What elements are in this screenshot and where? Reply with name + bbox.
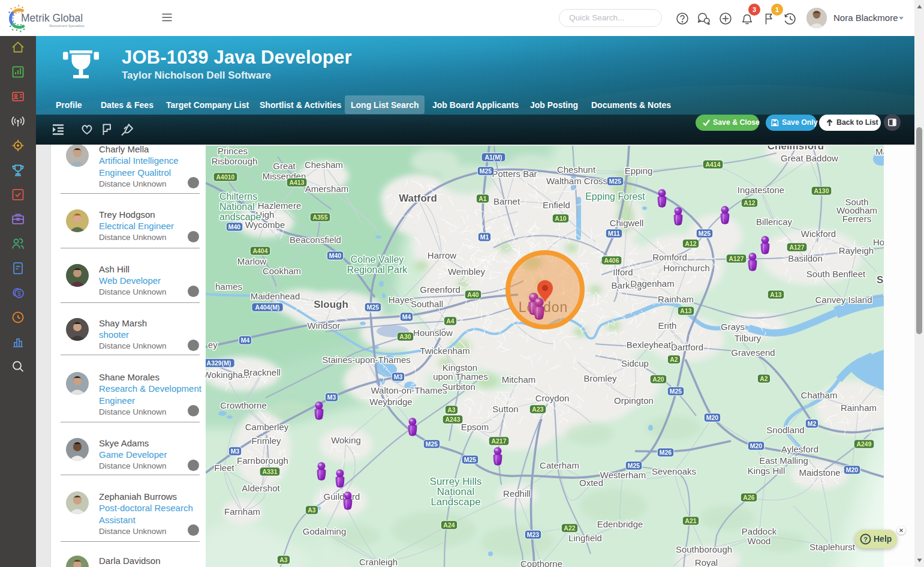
svg-text:Maidstone: Maidstone — [799, 467, 840, 478]
svg-text:East Malling: East Malling — [759, 455, 808, 466]
svg-text:Aldershot: Aldershot — [242, 483, 280, 493]
svg-text:A10: A10 — [555, 215, 566, 222]
svg-text:A404: A404 — [252, 247, 267, 254]
svg-text:Camberley: Camberley — [245, 422, 289, 432]
svg-text:Hockle: Hockle — [873, 237, 884, 247]
svg-text:M25: M25 — [464, 456, 477, 463]
svg-text:M25: M25 — [670, 388, 682, 395]
svg-text:Metrik Global: Metrik Global — [21, 12, 83, 24]
svg-text:Frimley: Frimley — [251, 436, 281, 446]
svg-text:Royal: Royal — [695, 557, 718, 567]
svg-text:Epping: Epping — [625, 166, 653, 176]
svg-text:Gravesend: Gravesend — [731, 347, 775, 358]
svg-text:Great: Great — [273, 161, 296, 171]
svg-text:Maidenhead: Maidenhead — [251, 291, 300, 301]
svg-text:Staplehurst: Staplehurst — [809, 542, 856, 552]
svg-text:Epsom: Epsom — [461, 422, 489, 432]
svg-text:Chesham: Chesham — [305, 160, 343, 170]
svg-text:M1: M1 — [480, 233, 489, 241]
svg-text:andscape: andscape — [219, 212, 261, 222]
svg-text:Chatham: Chatham — [801, 390, 838, 400]
svg-text:Greenford: Greenford — [420, 284, 461, 295]
svg-text:Surbiton: Surbiton — [442, 382, 475, 392]
svg-text:Slough: Slough — [314, 299, 348, 310]
svg-text:A1(M): A1(M) — [484, 154, 502, 161]
svg-text:M26: M26 — [660, 449, 672, 456]
svg-text:A217: A217 — [491, 437, 506, 445]
svg-text:Colne Valley: Colne Valley — [351, 254, 404, 265]
svg-text:Windsor: Windsor — [307, 320, 340, 331]
svg-text:Cranleigh: Cranleigh — [359, 557, 398, 567]
svg-text:M4: M4 — [241, 337, 250, 344]
svg-text:Hayes: Hayes — [389, 295, 414, 305]
svg-text:A2: A2 — [670, 356, 678, 363]
svg-text:A20: A20 — [652, 376, 664, 383]
svg-text:Farnborough: Farnborough — [237, 455, 288, 466]
svg-text:Beaconsfield: Beaconsfield — [290, 235, 341, 245]
svg-text:M25: M25 — [426, 440, 438, 448]
svg-text:A13: A13 — [770, 291, 781, 298]
svg-text:Hornchurch: Hornchurch — [663, 263, 710, 273]
svg-text:A30: A30 — [399, 333, 411, 340]
svg-text:Orpington: Orpington — [614, 395, 654, 406]
svg-text:Guildford: Guildford — [324, 491, 360, 502]
svg-text:Aylesford: Aylesford — [781, 444, 818, 454]
svg-text:A23: A23 — [532, 406, 543, 413]
svg-text:Edenbridge: Edenbridge — [597, 519, 643, 529]
svg-text:Wickford: Wickford — [801, 229, 836, 239]
svg-text:Basildon: Basildon — [788, 253, 823, 263]
svg-text:A414: A414 — [705, 161, 720, 168]
svg-text:Romford: Romford — [652, 252, 687, 262]
svg-text:Chilterns: Chilterns — [219, 191, 257, 202]
svg-text:A13: A13 — [680, 307, 691, 314]
svg-text:A21: A21 — [685, 517, 696, 524]
svg-text:A406: A406 — [604, 257, 619, 264]
svg-text:M3: M3 — [231, 448, 240, 455]
svg-text:upon Thames: upon Thames — [433, 371, 487, 382]
svg-text:Fleet: Fleet — [214, 463, 234, 473]
svg-text:Waltham Cross: Waltham Cross — [546, 176, 607, 186]
svg-text:A355: A355 — [312, 214, 327, 221]
svg-text:M20: M20 — [750, 442, 763, 449]
svg-text:Dagenham: Dagenham — [630, 278, 674, 289]
svg-text:Cheshunt: Cheshunt — [557, 164, 596, 175]
svg-text:M40: M40 — [228, 223, 241, 230]
svg-text:A3: A3 — [308, 506, 316, 514]
svg-text:Farnham: Farnham — [224, 506, 260, 517]
svg-text:Walton-on-Thames: Walton-on-Thames — [371, 385, 447, 395]
svg-text:Copthorne: Copthorne — [520, 559, 562, 567]
svg-text:Cookham: Cookham — [263, 266, 301, 276]
svg-text:A130: A130 — [814, 187, 829, 194]
svg-text:Potters Bar: Potters Bar — [492, 169, 537, 179]
svg-text:A26: A26 — [743, 494, 754, 501]
svg-text:A127: A127 — [789, 244, 804, 251]
svg-text:M25: M25 — [628, 462, 640, 469]
svg-text:ey: ey — [208, 340, 218, 350]
svg-text:Canvey Island: Canvey Island — [815, 295, 872, 305]
svg-text:M20: M20 — [846, 466, 859, 473]
svg-text:South Benfleet: South Benfleet — [806, 269, 866, 279]
svg-text:Bracknell: Bracknell — [243, 367, 281, 377]
svg-text:Ingatestone: Ingatestone — [738, 185, 784, 195]
svg-text:Epping Forest: Epping Forest — [585, 191, 645, 202]
svg-text:M4: M4 — [402, 313, 411, 320]
svg-text:Croydon: Croydon — [535, 393, 570, 403]
svg-text:$: $ — [17, 290, 21, 297]
svg-text:Princes: Princes — [218, 146, 248, 156]
svg-text:A12: A12 — [685, 240, 696, 247]
svg-text:A40: A40 — [467, 291, 478, 298]
svg-text:Caterham: Caterham — [540, 460, 579, 470]
svg-text:Southborough: Southborough — [676, 544, 732, 554]
svg-text:Enfield: Enfield — [543, 200, 570, 210]
svg-text:hames: hames — [215, 281, 242, 292]
svg-text:Sevenoaks: Sevenoaks — [652, 466, 696, 476]
svg-text:A127: A127 — [729, 255, 744, 262]
svg-text:M20: M20 — [706, 414, 719, 421]
svg-text:Ilford: Ilford — [613, 267, 633, 277]
svg-text:Rayleigh: Rayleigh — [839, 245, 874, 256]
svg-text:A3: A3 — [447, 406, 456, 413]
svg-text:Weybridge: Weybridge — [369, 397, 412, 407]
svg-text:M25: M25 — [367, 304, 380, 311]
svg-text:M3: M3 — [327, 394, 336, 401]
svg-text:A4: A4 — [446, 317, 455, 325]
